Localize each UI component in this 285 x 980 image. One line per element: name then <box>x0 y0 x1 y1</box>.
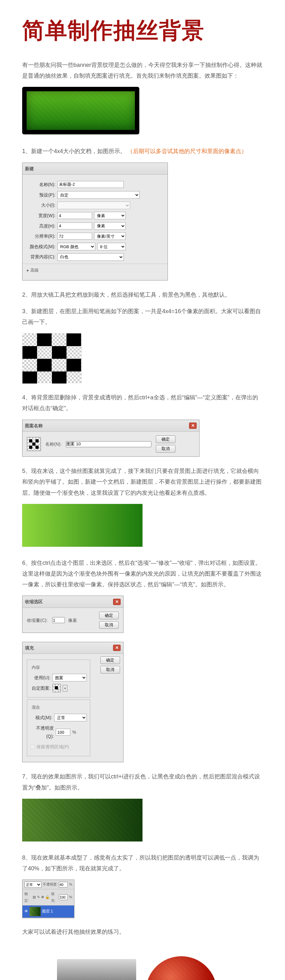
layer-name[interactable]: 图层 1 <box>42 908 53 915</box>
step-5: 5、现在来说，这个抽丝图案就算完成了，接下来我们只要在背景图上面进行填充，它就会… <box>22 466 263 498</box>
close-icon[interactable]: ✕ <box>113 599 121 605</box>
pixel-pattern-sample <box>22 333 82 383</box>
bg-select[interactable]: 白色 <box>57 253 124 261</box>
res-unit[interactable]: 像素/英寸 <box>94 232 126 240</box>
mode-select[interactable]: RGB 颜色 <box>57 243 95 250</box>
lock-move-icon[interactable]: ✥ <box>41 894 44 900</box>
lock-brush-icon[interactable]: ✎ <box>37 894 40 900</box>
advanced-toggle[interactable]: ▸ 高级 <box>27 267 39 274</box>
pattern-name-dialog: 图案名称 ✕ 名称(N): 确定 取消 <box>22 420 200 457</box>
preserve-checkbox <box>30 745 35 749</box>
lp-opacity-unit: % <box>69 881 72 888</box>
blend-mode-select[interactable]: 正常 <box>24 881 41 888</box>
mode-bits[interactable]: 8 位 <box>97 243 126 250</box>
width-unit[interactable]: 像素 <box>94 212 126 220</box>
new-doc-dialog: 新建 名称(N): 预设(P): 自定 大小(I): 宽度(W): 像素 高度(… <box>22 162 168 280</box>
opacity-label: 不透明度(Q): <box>30 724 54 741</box>
step-6: 6、按住ctrl点击这个图层，出来选区，然后在“选项”—“修改”—“收缩”，弹出… <box>22 557 263 590</box>
contract-amount-label: 收缩量(C): <box>27 616 52 625</box>
pattern-name-input[interactable] <box>66 441 151 447</box>
custom-pattern-label: 自定图案: <box>30 684 51 692</box>
layer-thumb[interactable] <box>30 907 41 916</box>
new-doc-title: 新建 <box>25 164 34 173</box>
lp-fill-input[interactable] <box>59 894 68 900</box>
name-label: 名称(N): <box>27 180 55 189</box>
contract-amount-input[interactable] <box>52 617 65 623</box>
step-1: 1、新建一个4x4大小的文档，如图所示。 （后期可以多尝试其他的尺寸和里面的像素… <box>22 146 263 157</box>
lock-transparency-icon[interactable]: ▧ <box>33 894 36 900</box>
step-4: 4、将背景图层删除掉，背景变成透明的，然后ctrl+a全选，然后“编辑”—“定义… <box>22 392 263 414</box>
contract-unit: 像素 <box>68 616 77 625</box>
height-input[interactable] <box>57 223 92 229</box>
cancel-button[interactable]: 取消 <box>100 666 120 673</box>
gradient-swatch <box>22 504 142 547</box>
size-select <box>57 202 130 209</box>
ok-button[interactable]: 确定 <box>156 436 176 443</box>
closing-1: 大家可以试着进行其他抽丝效果的练习。 <box>22 926 263 937</box>
lp-opacity-input[interactable] <box>59 882 68 888</box>
ok-button[interactable]: 确定 <box>100 656 120 664</box>
use-label: 使用(U): <box>30 673 50 682</box>
pattern-name-label: 名称(N): <box>45 440 62 449</box>
step-7: 7、现在的效果如图所示，我们可以ctrl+i进行反色，让黑色变成白色的，然后把图… <box>22 771 263 793</box>
opacity-input[interactable] <box>56 729 70 736</box>
lp-fill-label: 填充: <box>51 891 58 904</box>
eye-icon[interactable]: 👁 <box>24 908 28 915</box>
blend-mode-label: 模式(M): <box>30 713 52 722</box>
example-row <box>57 956 263 980</box>
res-input[interactable] <box>57 233 92 240</box>
close-icon[interactable]: ✕ <box>113 645 121 651</box>
lp-fill-unit: % <box>69 894 72 900</box>
contents-legend: 内容 <box>30 664 41 671</box>
bg-label: 背景内容(C): <box>27 253 55 261</box>
ok-button[interactable]: 确定 <box>99 612 119 619</box>
lock-all-icon[interactable]: 🔒 <box>45 894 50 900</box>
example-red-ball <box>146 956 217 980</box>
pattern-thumb <box>27 437 41 451</box>
res-label: 分辨率(R): <box>27 232 55 240</box>
lp-lock-label: 锁定: <box>24 891 31 904</box>
example-gray-swatch <box>57 959 136 980</box>
preserve-label: 保留透明区域(P) <box>36 743 69 751</box>
height-label: 高度(H): <box>27 222 55 231</box>
opacity-unit: % <box>72 728 76 737</box>
size-label: 大小(I): <box>27 201 55 210</box>
step-2: 2、用放大镜工具把文档放到最大，然后选择铅笔工具，前景色为黑色，其他默认。 <box>22 290 263 300</box>
blend-legend: 混合 <box>30 704 41 711</box>
intro-text: 有一些朋友问我一些banner背景纹理是怎么做的，今天得空我来分享一下抽丝制作心… <box>22 60 263 81</box>
mode-label: 颜色模式(M): <box>27 242 55 251</box>
height-unit[interactable]: 像素 <box>94 222 126 230</box>
step-3: 3、新建图层，在图层上面用铅笔画如下的图案，一共是4x4=16个像素的面积。大家… <box>22 306 263 328</box>
width-input[interactable] <box>57 212 92 219</box>
name-input[interactable] <box>57 181 124 188</box>
lp-opacity-label: 不透明度: <box>43 881 58 888</box>
preset-label: 预设(P): <box>27 191 55 199</box>
layers-panel: 正常 不透明度: % 锁定: ▧ ✎ ✥ 🔒 填充: % 👁 图层 1 <box>22 880 74 918</box>
step-1-text: 1、新建一个4x4大小的文档，如图所示。 <box>22 148 126 154</box>
close-icon[interactable]: ✕ <box>189 423 197 429</box>
pattern-dialog-title: 图案名称 <box>25 422 43 430</box>
cancel-button[interactable]: 取消 <box>156 445 176 453</box>
result-swatch <box>22 87 139 134</box>
contract-title: 收缩选区 <box>25 597 43 606</box>
custom-pattern-thumb[interactable] <box>52 684 61 692</box>
cancel-button[interactable]: 取消 <box>99 621 119 629</box>
page-title: 简单制作抽丝背景 <box>22 10 263 52</box>
width-label: 宽度(W): <box>27 212 55 220</box>
step-8: 8、现在效果就基本成型了，感觉有点太实了，所以我们把图层的透明度可以调低一点，我… <box>22 852 263 874</box>
blend-mode-select[interactable]: 正常 <box>54 714 87 721</box>
contract-dialog: 收缩选区 ✕ 收缩量(C): 像素 确定 取消 <box>22 595 124 633</box>
use-select[interactable]: 图案 <box>52 674 87 681</box>
step-1-note: （后期可以多尝试其他的尺寸和里面的像素点） <box>127 148 247 154</box>
fill-dialog: 填充 ✕ 确定 取消 内容 使用(U): 图案 自定图案: ▾ <box>22 642 124 762</box>
overlay-result-swatch <box>22 799 142 842</box>
fill-title: 填充 <box>25 644 34 652</box>
chevron-down-icon[interactable]: ▾ <box>63 685 68 692</box>
preset-select[interactable]: 自定 <box>57 191 140 199</box>
